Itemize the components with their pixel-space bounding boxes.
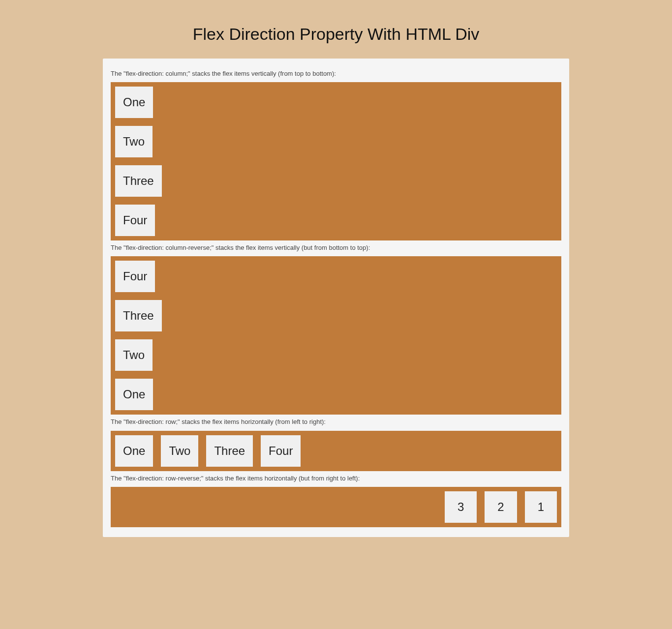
flex-box-row-reverse: 1 2 3 [111,487,561,527]
flex-box-column-reverse: One Two Three Four [111,256,561,415]
flex-item: Two [161,435,198,467]
page-title: Flex Direction Property With HTML Div [0,25,672,44]
flex-item: Two [115,126,153,157]
flex-box-row: One Two Three Four [111,431,561,471]
flex-item: Four [115,261,155,292]
flex-item: 1 [525,491,557,523]
flex-item: Four [115,205,155,236]
caption-column: The "flex-direction: column;" stacks the… [111,69,561,78]
caption-row: The "flex-direction: row;" stacks the fl… [111,418,561,426]
flex-item: 2 [485,491,517,523]
flex-item: Three [115,165,162,197]
flex-item: 3 [445,491,477,523]
caption-row-reverse: The "flex-direction: row-reverse;" stack… [111,474,561,483]
flex-box-column: One Two Three Four [111,82,561,240]
flex-item: Three [115,300,162,331]
flex-item: Four [261,435,301,467]
flex-item: One [115,379,153,410]
main-container: The "flex-direction: column;" stacks the… [103,59,569,537]
flex-item: Three [206,435,253,467]
flex-item: One [115,435,153,467]
flex-item: One [115,87,153,118]
flex-item: Two [115,339,153,371]
caption-column-reverse: The "flex-direction: column-reverse;" st… [111,243,561,252]
page-wrapper: Flex Direction Property With HTML Div Th… [0,0,672,629]
